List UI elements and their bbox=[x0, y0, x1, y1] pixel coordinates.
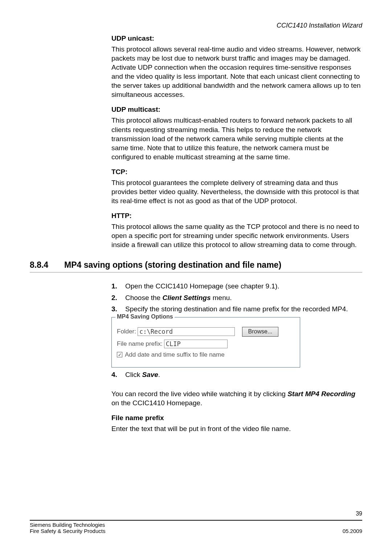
page-number: 39 bbox=[30, 510, 362, 517]
footer-row-1: Siemens Building Technologies bbox=[30, 522, 362, 528]
page: CCIC1410 Installation Wizard UDP unicast… bbox=[0, 0, 392, 554]
folder-label: Folder: bbox=[117, 328, 136, 335]
http-heading: HTTP: bbox=[111, 212, 361, 220]
tcp-body: This protocol guarantees the complete de… bbox=[111, 178, 361, 205]
footer-row-2: Fire Safety & Security Products 05.2009 bbox=[30, 528, 362, 534]
prefix-input[interactable]: CLIP bbox=[164, 340, 228, 348]
page-footer: 39 Siemens Building Technologies Fire Sa… bbox=[30, 510, 362, 534]
step-4: 4. Click Save. bbox=[111, 370, 361, 380]
footer-right-2: 05.2009 bbox=[343, 528, 362, 534]
prefix-label: File name prefix: bbox=[117, 340, 163, 348]
step-number: 4. bbox=[111, 370, 125, 380]
mp4-prefix-row: File name prefix: CLIP bbox=[117, 340, 295, 348]
record-hint-a: You can record the live video while watc… bbox=[111, 390, 287, 398]
running-title: CCIC1410 Installation Wizard bbox=[30, 22, 362, 29]
mp4-legend: MP4 Saving Options bbox=[115, 313, 175, 320]
section-title: MP4 saving options (storing destination … bbox=[64, 260, 281, 270]
fileprefix-heading: File name prefix bbox=[111, 414, 361, 422]
step-text-c: . bbox=[158, 371, 160, 378]
udp-unicast-heading: UDP unicast: bbox=[111, 34, 361, 42]
udp-unicast-body: This protocol allows several real-time a… bbox=[111, 45, 361, 99]
record-hint-c: on the CCIC1410 Homepage. bbox=[111, 399, 202, 407]
step-text: Click Save. bbox=[125, 370, 361, 380]
footer-left-1: Siemens Building Technologies bbox=[30, 522, 105, 528]
record-hint-emph: Start MP4 Recording bbox=[287, 390, 355, 398]
footer-left-2: Fire Safety & Security Products bbox=[30, 528, 105, 534]
suffix-checkbox[interactable]: ✓ bbox=[117, 352, 122, 357]
section-content: 1. Open the CCIC1410 Homepage (see chapt… bbox=[111, 281, 362, 433]
section-header: 8.8.4 MP4 saving options (storing destin… bbox=[30, 260, 362, 270]
browse-button[interactable]: Browse... bbox=[242, 327, 278, 337]
step-number: 1. bbox=[111, 281, 125, 291]
step-text: Specify the storing destination and file… bbox=[125, 304, 361, 314]
mp4-options-figure: MP4 Saving Options Folder: c:\Record Bro… bbox=[111, 317, 300, 368]
mp4-checkbox-row: ✓ Add date and time suffix to file name bbox=[117, 351, 295, 358]
step-text: Choose the Client Settings menu. bbox=[125, 293, 361, 303]
main-content: UDP unicast: This protocol allows severa… bbox=[111, 34, 362, 249]
folder-input[interactable]: c:\Record bbox=[138, 327, 235, 336]
mp4-folder-row: Folder: c:\Record Browse... bbox=[117, 327, 295, 337]
section-number: 8.8.4 bbox=[30, 260, 64, 270]
footer-rule-thick bbox=[30, 520, 362, 521]
http-body: This protocol allows the same quality as… bbox=[111, 222, 361, 249]
suffix-checkbox-label: Add date and time suffix to file name bbox=[125, 351, 225, 358]
step-text-a: Choose the bbox=[125, 294, 162, 301]
record-hint: You can record the live video while watc… bbox=[111, 389, 361, 407]
udp-multicast-heading: UDP multicast: bbox=[111, 106, 361, 114]
step-text-a: Click bbox=[125, 371, 142, 378]
mp4-options-box: MP4 Saving Options Folder: c:\Record Bro… bbox=[111, 317, 300, 368]
step-text-emph: Client Settings bbox=[162, 294, 211, 301]
step-number: 2. bbox=[111, 293, 125, 303]
steps-list: 1. Open the CCIC1410 Homepage (see chapt… bbox=[111, 281, 361, 314]
section-rule bbox=[30, 272, 362, 272]
step-3: 3. Specify the storing destination and f… bbox=[111, 304, 361, 314]
step-text: Open the CCIC1410 Homepage (see chapter … bbox=[125, 281, 361, 291]
tcp-heading: TCP: bbox=[111, 168, 361, 176]
steps-list-continued: 4. Click Save. bbox=[111, 370, 361, 380]
step-text-emph: Save bbox=[142, 371, 158, 378]
step-1: 1. Open the CCIC1410 Homepage (see chapt… bbox=[111, 281, 361, 291]
step-number: 3. bbox=[111, 304, 125, 314]
fileprefix-body: Enter the text that will be put in front… bbox=[111, 424, 361, 433]
step-2: 2. Choose the Client Settings menu. bbox=[111, 293, 361, 303]
step-text-c: menu. bbox=[211, 294, 232, 301]
udp-multicast-body: This protocol allows multicast-enabled r… bbox=[111, 116, 361, 161]
